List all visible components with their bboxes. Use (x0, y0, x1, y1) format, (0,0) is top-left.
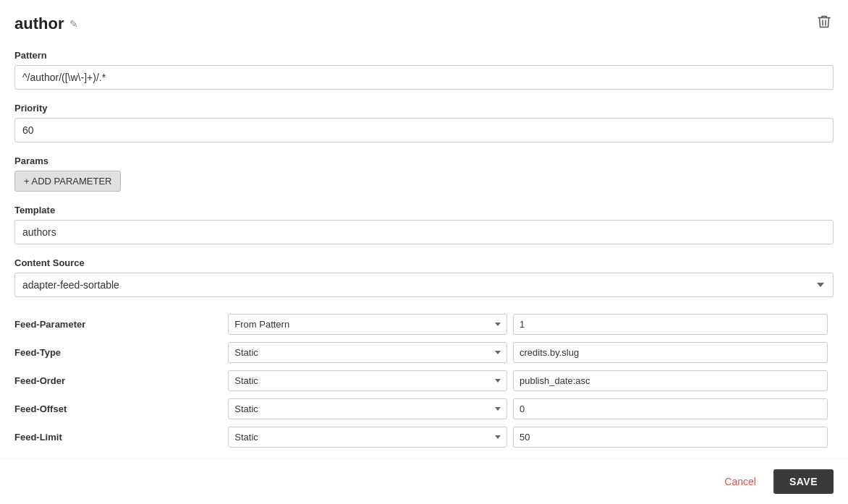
feed-param-type-select[interactable]: From PatternStatic (228, 398, 507, 419)
feed-param-value-input[interactable] (513, 398, 828, 419)
edit-icon[interactable]: ✎ (69, 18, 78, 30)
feed-param-label: Feed-Parameter (14, 310, 228, 338)
feed-param-row: Feed-ParameterFrom PatternStatic (14, 310, 834, 338)
pattern-group: Pattern (14, 50, 834, 90)
feed-param-row: Feed-LimitFrom PatternStatic (14, 423, 834, 451)
content-source-select[interactable]: adapter-feed-sortable (14, 273, 834, 297)
feed-param-value-input[interactable] (513, 427, 828, 448)
feed-param-row: Feed-TypeFrom PatternStatic (14, 338, 834, 367)
page-header: author ✎ (14, 12, 834, 35)
feed-param-type-select[interactable]: From PatternStatic (228, 342, 507, 363)
content-source-label: Content Source (14, 257, 834, 268)
feed-param-value-input[interactable] (513, 314, 828, 335)
feed-param-label: Feed-Limit (14, 423, 228, 451)
delete-button[interactable] (815, 12, 834, 35)
feed-param-type-select[interactable]: From PatternStatic (228, 427, 507, 448)
params-label: Params (14, 155, 834, 166)
pattern-label: Pattern (14, 50, 834, 61)
feed-param-label: Feed-Order (14, 367, 228, 395)
feed-param-label: Feed-Type (14, 338, 228, 367)
add-parameter-button[interactable]: + ADD PARAMETER (14, 171, 121, 192)
cancel-button[interactable]: Cancel (716, 470, 765, 493)
footer-actions: Cancel SAVE (0, 458, 848, 504)
feed-param-type-select[interactable]: From PatternStatic (228, 314, 507, 335)
feed-param-type-select[interactable]: From PatternStatic (228, 370, 507, 391)
template-input[interactable] (14, 220, 834, 244)
page-title: author (14, 14, 64, 33)
pattern-input[interactable] (14, 65, 834, 90)
title-row: author ✎ (14, 14, 78, 33)
feed-params-table: Feed-ParameterFrom PatternStaticFeed-Typ… (14, 310, 834, 451)
feed-param-row: Feed-OffsetFrom PatternStatic (14, 395, 834, 423)
priority-input[interactable] (14, 118, 834, 142)
feed-param-value-input[interactable] (513, 370, 828, 391)
save-button[interactable]: SAVE (773, 469, 834, 494)
priority-label: Priority (14, 103, 834, 114)
template-label: Template (14, 205, 834, 215)
feed-param-value-input[interactable] (513, 342, 828, 363)
template-group: Template (14, 205, 834, 244)
feed-param-row: Feed-OrderFrom PatternStatic (14, 367, 834, 395)
params-group: Params + ADD PARAMETER (14, 155, 834, 192)
content-source-group: Content Source adapter-feed-sortable (14, 257, 834, 297)
priority-group: Priority (14, 103, 834, 142)
feed-param-label: Feed-Offset (14, 395, 228, 423)
